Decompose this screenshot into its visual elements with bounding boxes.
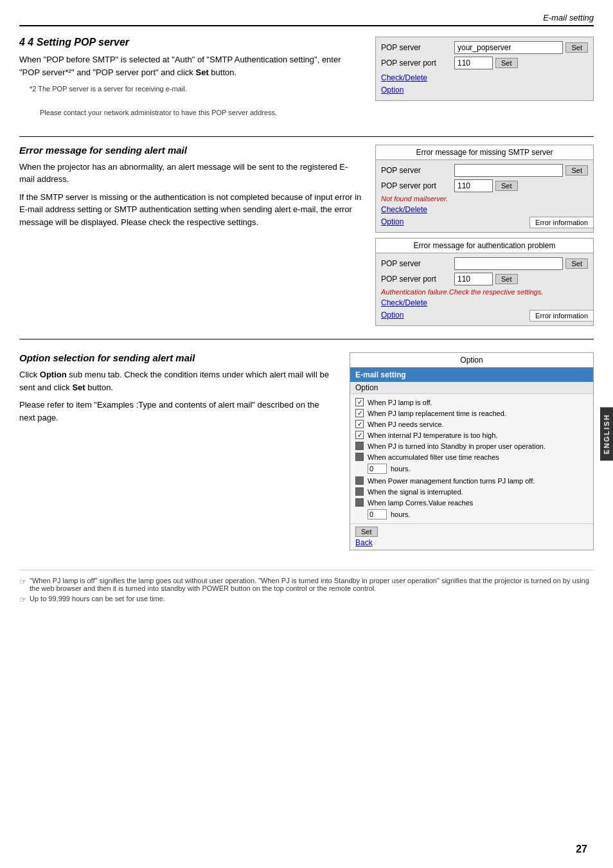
option-item-label: When PJ lamp is off. — [368, 399, 432, 406]
option-item: When PJ lamp is off. — [355, 397, 588, 408]
option-item: When Power management function turns PJ … — [355, 475, 588, 486]
option-checkbox[interactable] — [355, 398, 364, 406]
option-right-col: Option E-mail setting Option When PJ lam… — [350, 352, 594, 550]
auth-pop-label: POP server — [381, 259, 452, 268]
option-checkbox[interactable] — [355, 476, 364, 485]
smtp-pop-input[interactable] — [454, 164, 563, 177]
pop-server-form: POP server Set POP server port Set Check… — [375, 37, 594, 101]
pop-server-input[interactable] — [454, 41, 563, 54]
footnote-item: ☞"When PJ lamp is off" signifies the lam… — [19, 577, 594, 592]
option-item-label: When PJ lamp replacement time is reached… — [368, 410, 506, 417]
hours-label-2: hours. — [391, 511, 411, 518]
error-body2: If the SMTP server is missing or the aut… — [19, 191, 362, 229]
option-box-content: E-mail setting Option When PJ lamp is of… — [350, 368, 593, 550]
option-checkbox[interactable] — [355, 420, 364, 428]
smtp-option-link[interactable]: Option — [381, 216, 530, 228]
option-checkbox[interactable] — [355, 431, 364, 439]
auth-pop-input[interactable] — [454, 257, 563, 270]
error-section: Error message for sending alert mail Whe… — [19, 145, 594, 327]
option-bottom: Set Back — [350, 523, 593, 550]
auth-option-link[interactable]: Option — [381, 309, 530, 321]
smtp-pop-port-set-btn[interactable]: Set — [495, 181, 518, 191]
pop-server-set-button[interactable]: Set — [565, 42, 588, 53]
auth-error-msg: Authentication failure.Check the respect… — [381, 288, 588, 296]
pop-server-links: Check/Delete Option — [381, 72, 588, 96]
option-body1-bold2: Set — [72, 383, 85, 392]
error-box-auth: Error message for authentication problem… — [375, 238, 594, 326]
footnote-text: "When PJ lamp is off" signifies the lamp… — [30, 577, 594, 592]
auth-pop-port-set-btn[interactable]: Set — [495, 274, 518, 284]
option-layout: Option selection for sending alert mail … — [19, 352, 594, 550]
option-body1-text: Click — [19, 370, 40, 379]
option-bottom-links: Back — [355, 538, 588, 547]
hours-input-2[interactable] — [368, 509, 387, 520]
option-item: When PJ needs service. — [355, 419, 588, 429]
option-item-label: When Power management function turns PJ … — [368, 477, 535, 485]
option-item-label: When lamp Corres.Value reaches — [368, 499, 473, 507]
error-section-title: Error message for sending alert mail — [19, 145, 362, 156]
pop-server-label: POP server — [381, 43, 452, 52]
option-item: When lamp Corres.Value reaches — [355, 497, 588, 508]
option-item: When internal PJ temperature is too high… — [355, 429, 588, 440]
smtp-error-msg: Not found mailserver. — [381, 195, 588, 203]
smtp-pop-port-input[interactable] — [454, 179, 493, 192]
option-checkbox[interactable] — [355, 442, 364, 450]
footnote-item: ☞Up to 99,999 hours can be set for use t… — [19, 595, 594, 604]
auth-error-info-badge: Error information — [529, 310, 594, 321]
section4-body-end: button. — [209, 68, 236, 77]
auth-pop-port-label: POP server port — [381, 275, 452, 284]
error-box-smtp: Error message for missing SMTP server PO… — [375, 145, 594, 233]
pop-server-row: POP server Set — [381, 41, 588, 54]
auth-pop-port-input[interactable] — [454, 273, 493, 285]
section4-footnote: *2 The POP server is a server for receiv… — [19, 84, 362, 118]
smtp-pop-server-row: POP server Set — [381, 164, 588, 177]
option-item-label: When accumulated filter use time reaches — [368, 453, 499, 461]
check-delete-link[interactable]: Check/Delete — [381, 72, 588, 84]
option-item: When the signal is interrupted. — [355, 486, 588, 497]
option-body1-end2: button. — [85, 383, 113, 392]
error-box-smtp-content: POP server Set POP server port Set Not f… — [376, 160, 593, 232]
error-box-smtp-title: Error message for missing SMTP server — [376, 145, 593, 160]
footnote-icon: ☞ — [19, 577, 27, 592]
error-boxes: Error message for missing SMTP server PO… — [375, 145, 594, 327]
error-body1: When the projector has an abnormality, a… — [19, 161, 362, 186]
option-checkbox[interactable] — [355, 498, 364, 507]
hours-input-1[interactable] — [368, 464, 387, 474]
smtp-pop-set-btn[interactable]: Set — [565, 165, 588, 176]
option-set-button[interactable]: Set — [355, 527, 378, 537]
footnote-icon: ☞ — [19, 595, 27, 604]
pop-server-port-row: POP server port Set — [381, 57, 588, 69]
option-subheader: Option — [350, 382, 593, 394]
option-left-col: Option selection for sending alert mail … — [19, 352, 337, 550]
option-section: Option selection for sending alert mail … — [19, 352, 594, 550]
option-checkbox[interactable] — [355, 453, 364, 461]
option-checkbox[interactable] — [355, 409, 364, 417]
option-items-list: When PJ lamp is off.When PJ lamp replace… — [350, 394, 593, 523]
hours-label-1: hours. — [391, 465, 411, 473]
auth-pop-port-row: POP server port Set — [381, 273, 588, 285]
pop-server-port-set-button[interactable]: Set — [495, 58, 518, 68]
option-item-label: When the signal is interrupted. — [368, 488, 463, 496]
section4-title-text: 4 Setting POP server — [28, 37, 129, 48]
error-box-auth-content: POP server Set POP server port Set Authe… — [376, 253, 593, 325]
option-link[interactable]: Option — [381, 84, 588, 96]
hours-row-2: hours. — [355, 508, 588, 521]
option-back-link[interactable]: Back — [355, 538, 373, 547]
option-item-label: When PJ is turned into Standby in proper… — [368, 442, 546, 450]
option-header: E-mail setting — [350, 368, 593, 382]
hours-row-1: hours. — [355, 462, 588, 475]
auth-pop-set-btn[interactable]: Set — [565, 258, 588, 269]
auth-pop-server-row: POP server Set — [381, 257, 588, 270]
option-item: When accumulated filter use time reaches — [355, 451, 588, 462]
page-header: E-mail setting — [19, 13, 594, 26]
option-checkbox[interactable] — [355, 487, 364, 496]
option-item-label: When internal PJ temperature is too high… — [368, 431, 497, 439]
option-box-tab: Option — [350, 353, 593, 368]
page-title: E-mail setting — [543, 13, 594, 23]
smtp-error-info-badge: Error information — [529, 217, 594, 228]
english-badge: ENGLISH — [600, 408, 613, 461]
auth-check-delete-link[interactable]: Check/Delete — [381, 297, 530, 309]
option-body1: Click Option sub menu tab. Check the con… — [19, 368, 337, 393]
pop-server-port-input[interactable] — [454, 57, 493, 69]
smtp-check-delete-link[interactable]: Check/Delete — [381, 204, 530, 216]
